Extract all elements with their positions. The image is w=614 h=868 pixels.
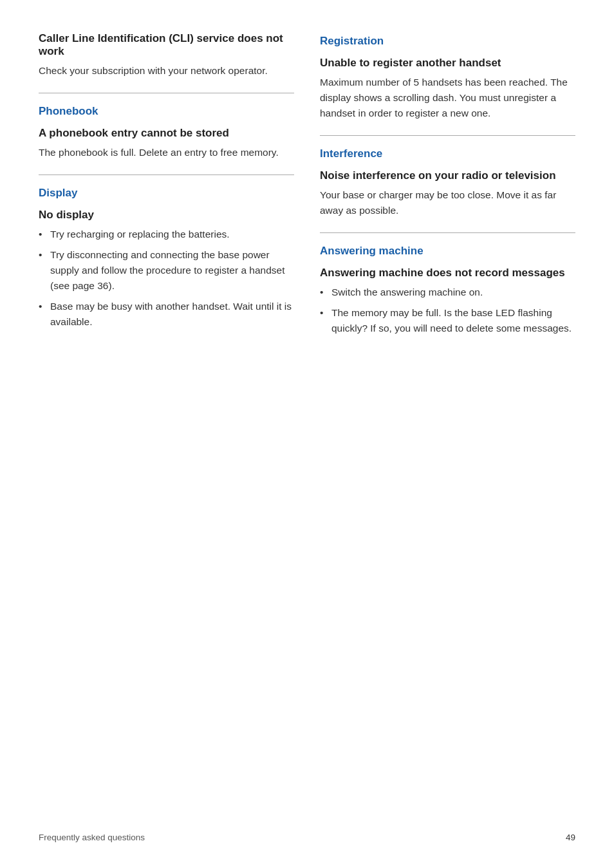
interference-body: Your base or charger may be too close. M… <box>320 187 575 218</box>
footer: Frequently asked questions 49 <box>39 833 575 842</box>
cli-section: Caller Line Identification (CLI) service… <box>39 32 294 79</box>
divider-4 <box>320 232 575 233</box>
list-item: Base may be busy with another handset. W… <box>39 299 294 330</box>
phonebook-body: The phonebook is full. Delete an entry t… <box>39 145 294 160</box>
interference-category: Interference <box>320 147 575 160</box>
right-column: Registration Unable to register another … <box>320 32 575 343</box>
list-item: The memory may be full. Is the base LED … <box>320 305 575 336</box>
answering-machine-bullet-list: Switch the answering machine on. The mem… <box>320 285 575 336</box>
answering-machine-section: Answering machine Answering machine does… <box>320 245 575 336</box>
main-content: Caller Line Identification (CLI) service… <box>39 32 575 343</box>
left-column: Caller Line Identification (CLI) service… <box>39 32 294 343</box>
registration-section: Registration Unable to register another … <box>320 35 575 121</box>
interference-section: Interference Noise interference on your … <box>320 147 575 218</box>
registration-body: Maximum number of 5 handsets has been re… <box>320 75 575 121</box>
phonebook-heading: A phonebook entry cannot be stored <box>39 127 294 140</box>
list-item: Switch the answering machine on. <box>320 285 575 300</box>
display-heading: No display <box>39 209 294 222</box>
list-item: Try disconnecting and connecting the bas… <box>39 247 294 294</box>
divider-3 <box>320 135 575 136</box>
answering-machine-category: Answering machine <box>320 245 575 258</box>
display-category: Display <box>39 187 294 200</box>
divider-1 <box>39 93 294 93</box>
cli-body: Check your subscription with your networ… <box>39 63 294 79</box>
display-bullet-list: Try recharging or replacing the batterie… <box>39 227 294 330</box>
phonebook-category: Phonebook <box>39 105 294 118</box>
registration-category: Registration <box>320 35 575 48</box>
display-section: Display No display Try recharging or rep… <box>39 187 294 330</box>
phonebook-section: Phonebook A phonebook entry cannot be st… <box>39 105 294 160</box>
cli-heading: Caller Line Identification (CLI) service… <box>39 32 294 58</box>
interference-heading: Noise interference on your radio or tele… <box>320 169 575 182</box>
page: Caller Line Identification (CLI) service… <box>0 0 614 868</box>
list-item: Try recharging or replacing the batterie… <box>39 227 294 242</box>
answering-machine-heading: Answering machine does not record messag… <box>320 267 575 279</box>
registration-heading: Unable to register another handset <box>320 57 575 70</box>
footer-page-number: 49 <box>566 833 575 842</box>
divider-2 <box>39 175 294 175</box>
footer-label: Frequently asked questions <box>39 833 145 842</box>
